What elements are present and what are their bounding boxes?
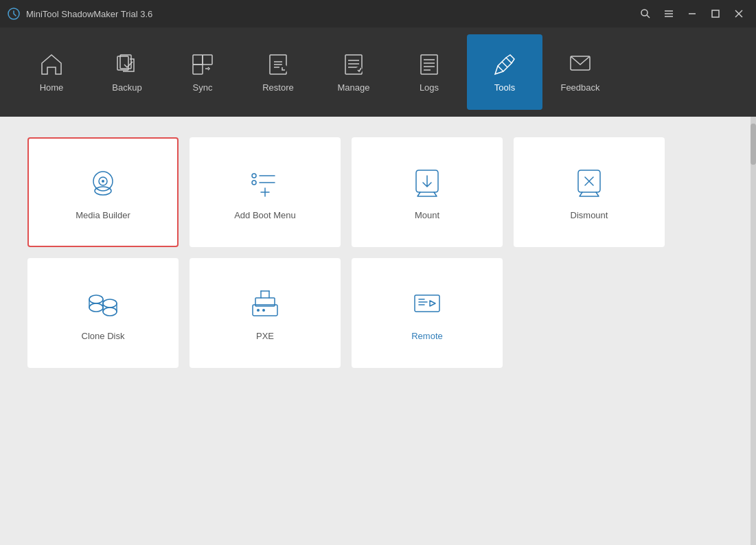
tool-card-clone-disk[interactable]: Clone Disk [27,258,179,368]
pxe-icon [247,286,283,321]
svg-point-35 [252,181,256,185]
feedback-icon [568,52,593,77]
tool-row-2: Clone Disk PXE [27,258,729,368]
svg-point-48 [103,308,117,316]
nav-label-sync: Sync [193,82,213,93]
mount-icon [409,165,445,200]
nav-item-home[interactable]: Home [14,34,89,110]
media-builder-label: Media Builder [76,210,130,220]
app-title: MiniTool ShadowMaker Trial 3.6 [26,9,152,19]
main-content: Media Builder Add Boot Menu [0,117,756,545]
svg-point-1 [641,10,648,16]
nav-item-logs[interactable]: Logs [391,34,467,110]
nav-label-logs: Logs [420,82,439,93]
svg-point-16 [279,65,288,73]
nav-item-sync[interactable]: Sync [165,34,240,110]
home-icon [39,52,64,77]
dismount-icon [571,165,607,200]
svg-rect-22 [421,55,437,74]
svg-point-32 [102,180,104,183]
svg-point-55 [262,309,265,312]
remote-label: Remote [411,331,443,341]
clone-disk-label: Clone Disk [82,331,125,341]
media-builder-icon [85,165,121,200]
nav-item-manage[interactable]: Manage [316,34,391,110]
remote-icon [409,286,445,321]
nav-label-backup: Backup [112,82,141,93]
tool-row-1: Media Builder Add Boot Menu [27,137,729,247]
tool-card-mount[interactable]: Mount [352,137,503,247]
scroll-thumb[interactable] [751,124,756,165]
nav-label-feedback: Feedback [560,82,599,93]
title-bar-left: MiniTool ShadowMaker Trial 3.6 [7,7,152,21]
nav-item-feedback[interactable]: Feedback [542,34,618,110]
scrollbar[interactable] [751,117,756,545]
tool-card-add-boot-menu[interactable]: Add Boot Menu [190,137,341,247]
maximize-button[interactable] [705,3,726,24]
restore-icon [266,52,290,77]
svg-point-33 [252,174,256,178]
manage-icon [341,52,366,77]
add-boot-menu-icon [247,165,283,200]
nav-item-tools[interactable]: Tools [467,34,542,110]
nav-label-tools: Tools [494,82,515,93]
nav-label-home: Home [40,82,64,93]
svg-rect-13 [203,55,212,65]
menu-button[interactable] [658,3,679,24]
nav-label-manage: Manage [338,82,370,93]
tool-card-media-builder[interactable]: Media Builder [27,137,179,247]
nav-label-restore: Restore [262,82,294,93]
backup-icon [115,52,139,77]
close-button[interactable] [729,3,749,24]
pxe-label: PXE [256,331,274,341]
add-boot-menu-label: Add Boot Menu [234,210,296,220]
svg-point-21 [356,67,363,73]
nav-item-backup[interactable]: Backup [89,34,165,110]
svg-line-27 [502,62,507,67]
tool-card-remote[interactable]: Remote [352,258,503,368]
svg-point-41 [89,295,103,303]
dismount-label: Dismount [571,210,608,220]
sync-icon [190,52,215,77]
tool-grid: Media Builder Add Boot Menu [27,137,729,368]
logs-icon [417,52,442,77]
app-logo-icon [7,7,21,21]
tools-icon [492,52,517,77]
svg-point-45 [103,299,117,308]
svg-point-54 [257,309,260,312]
svg-rect-7 [712,10,719,17]
svg-rect-12 [193,55,203,65]
svg-rect-10 [117,56,128,70]
tool-card-dismount[interactable]: Dismount [514,137,665,247]
nav-bar: Home Backup Sync Restore [0,27,756,117]
svg-line-2 [647,15,650,18]
clone-disk-icon [85,286,121,321]
svg-rect-14 [193,65,203,74]
title-bar-controls [635,3,749,24]
tool-card-pxe[interactable]: PXE [190,258,341,368]
search-button[interactable] [635,3,656,24]
nav-item-restore[interactable]: Restore [240,34,316,110]
minimize-button[interactable] [682,3,702,24]
svg-point-44 [89,303,103,312]
title-bar: MiniTool ShadowMaker Trial 3.6 [0,0,756,27]
mount-label: Mount [415,210,439,220]
